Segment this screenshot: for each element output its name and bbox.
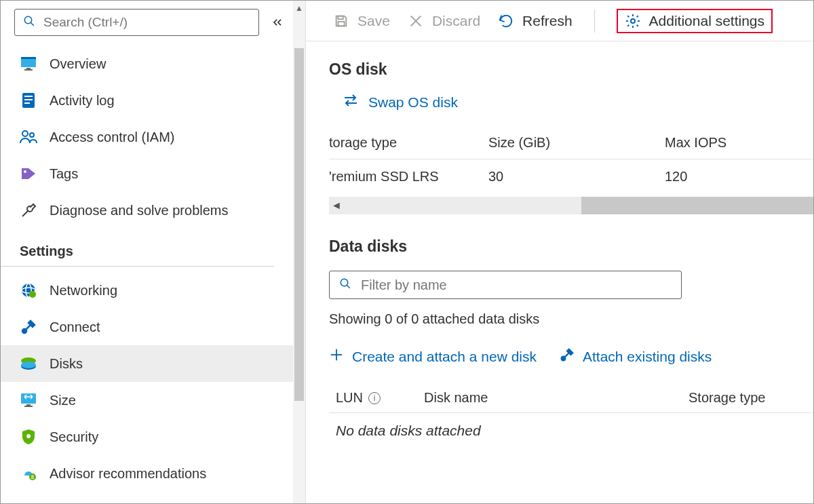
toolbar: Save Discard Refresh Ad bbox=[306, 1, 813, 41]
sidebar-item-overview[interactable]: Overview bbox=[1, 45, 293, 82]
svg-rect-9 bbox=[24, 102, 30, 104]
os-disk-row[interactable]: 'remium SSD LRS 30 120 bbox=[329, 159, 813, 195]
sidebar-item-activity-log[interactable]: Activity log bbox=[1, 82, 293, 119]
svg-rect-8 bbox=[24, 99, 33, 100]
svg-rect-5 bbox=[24, 69, 33, 71]
filter-input[interactable] bbox=[360, 277, 672, 294]
sidebar-label: Activity log bbox=[50, 93, 115, 109]
svg-line-1 bbox=[31, 22, 34, 26]
refresh-icon bbox=[498, 13, 514, 29]
os-disk-hscroll[interactable]: ◄ bbox=[329, 197, 813, 214]
swap-os-disk-button[interactable]: Swap OS disk bbox=[343, 94, 813, 111]
search-icon bbox=[23, 15, 35, 31]
svg-point-17 bbox=[22, 329, 26, 333]
discard-button[interactable]: Discard bbox=[408, 13, 480, 29]
scrollbar-thumb[interactable] bbox=[294, 48, 304, 401]
wrench-icon bbox=[20, 201, 37, 219]
attach-icon bbox=[560, 347, 575, 366]
col-lun: LUN bbox=[336, 390, 363, 406]
collapse-sidebar-button[interactable] bbox=[269, 14, 286, 31]
sidebar: Overview Activity log Access control (IA… bbox=[1, 1, 306, 503]
svg-point-20 bbox=[21, 362, 36, 368]
cell-storage-type: 'remium SSD LRS bbox=[329, 159, 488, 195]
data-disks-status: Showing 0 of 0 attached data disks bbox=[329, 311, 813, 327]
svg-rect-21 bbox=[21, 393, 36, 404]
sidebar-item-diagnose[interactable]: Diagnose and solve problems bbox=[1, 192, 293, 229]
sidebar-label: Security bbox=[50, 429, 98, 445]
os-disk-heading: OS disk bbox=[329, 60, 813, 79]
svg-rect-29 bbox=[338, 21, 344, 25]
search-icon bbox=[339, 277, 351, 293]
create-attach-disk-button[interactable]: Create and attach a new disk bbox=[329, 347, 537, 366]
monitor-icon bbox=[20, 55, 37, 73]
scroll-up-icon: ▲ bbox=[293, 3, 305, 13]
svg-point-32 bbox=[631, 19, 635, 23]
sidebar-label: Networking bbox=[50, 283, 117, 298]
sidebar-item-advisor[interactable]: Advisor recommendations bbox=[1, 455, 293, 492]
log-icon bbox=[20, 92, 37, 109]
col-storage-type: torage type bbox=[329, 127, 488, 159]
sidebar-label: Overview bbox=[50, 56, 106, 72]
disks-icon bbox=[20, 355, 37, 372]
refresh-button[interactable]: Refresh bbox=[498, 13, 573, 29]
no-data-disks-message: No data disks attached bbox=[329, 413, 813, 439]
svg-point-0 bbox=[24, 16, 32, 24]
sidebar-item-networking[interactable]: Networking bbox=[1, 272, 293, 309]
sidebar-label: Tags bbox=[50, 166, 78, 182]
sidebar-label: Advisor recommendations bbox=[50, 466, 206, 482]
size-icon bbox=[20, 391, 37, 409]
discard-label: Discard bbox=[432, 13, 480, 29]
toolbar-separator bbox=[594, 9, 595, 33]
svg-rect-3 bbox=[21, 57, 36, 59]
cell-iops: 120 bbox=[665, 159, 813, 195]
os-disk-table: torage type Size (GiB) Max IOPS 'remium … bbox=[329, 127, 813, 194]
sidebar-item-security[interactable]: Security bbox=[1, 419, 293, 455]
additional-settings-highlight: Additional settings bbox=[617, 9, 773, 33]
globe-icon bbox=[20, 282, 37, 299]
svg-rect-26 bbox=[31, 476, 34, 477]
svg-point-11 bbox=[30, 133, 34, 137]
sidebar-section-settings: Settings bbox=[1, 229, 274, 267]
sidebar-label: Size bbox=[50, 393, 76, 408]
sidebar-item-connect[interactable]: Connect bbox=[1, 309, 293, 345]
sidebar-item-access-control[interactable]: Access control (IAM) bbox=[1, 119, 293, 155]
additional-settings-button[interactable]: Additional settings bbox=[625, 13, 764, 29]
sidebar-scrollbar[interactable]: ▲ bbox=[293, 1, 305, 503]
sidebar-search-input[interactable] bbox=[42, 14, 250, 31]
save-button[interactable]: Save bbox=[333, 13, 390, 29]
attach-existing-disks-button[interactable]: Attach existing disks bbox=[560, 347, 712, 366]
svg-rect-7 bbox=[24, 96, 33, 97]
plus-icon bbox=[329, 347, 344, 366]
info-icon[interactable]: i bbox=[368, 392, 381, 404]
svg-point-37 bbox=[562, 357, 566, 361]
sidebar-item-size[interactable]: Size bbox=[1, 382, 293, 419]
svg-point-25 bbox=[29, 473, 36, 480]
col-max-iops: Max IOPS bbox=[665, 127, 813, 159]
hscroll-thumb[interactable] bbox=[581, 197, 813, 214]
sidebar-label: Connect bbox=[50, 319, 100, 335]
scroll-left-icon: ◄ bbox=[329, 197, 344, 214]
content-pane: Save Discard Refresh Ad bbox=[306, 1, 813, 503]
svg-point-10 bbox=[22, 131, 28, 136]
save-label: Save bbox=[357, 13, 390, 29]
connect-icon bbox=[20, 318, 37, 336]
col-size: Size (GiB) bbox=[488, 127, 665, 159]
svg-rect-28 bbox=[338, 16, 343, 19]
advisor-icon bbox=[20, 465, 37, 482]
svg-rect-27 bbox=[31, 478, 34, 479]
sidebar-item-tags[interactable]: Tags bbox=[1, 155, 293, 192]
sidebar-search[interactable] bbox=[14, 9, 259, 36]
data-disks-heading: Data disks bbox=[329, 237, 813, 256]
svg-rect-23 bbox=[24, 406, 33, 407]
discard-icon bbox=[408, 13, 424, 29]
svg-rect-4 bbox=[26, 68, 31, 69]
swap-os-disk-label: Swap OS disk bbox=[368, 94, 458, 111]
swap-icon bbox=[343, 94, 359, 111]
filter-box[interactable] bbox=[329, 271, 682, 299]
data-disk-table-header: LUN i Disk name Storage type bbox=[329, 383, 813, 413]
sidebar-item-disks[interactable]: Disks bbox=[1, 345, 293, 382]
additional-settings-label: Additional settings bbox=[649, 13, 764, 29]
svg-line-34 bbox=[347, 285, 350, 288]
create-attach-label: Create and attach a new disk bbox=[352, 349, 537, 365]
gear-icon bbox=[625, 13, 641, 29]
